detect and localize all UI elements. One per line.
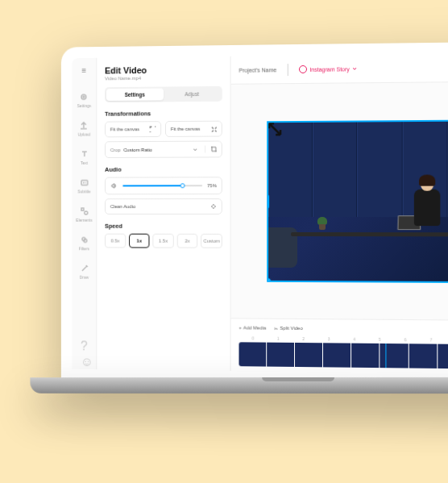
crop-label: Crop — [110, 148, 121, 152]
sparkle-icon — [210, 203, 217, 210]
panel-title: Edit Video — [105, 65, 222, 75]
svg-point-0 — [81, 94, 86, 99]
user-icon[interactable]: ☺ — [81, 355, 89, 363]
button-label: Clean Audio — [110, 204, 135, 209]
sidebar-settings[interactable]: Settings — [77, 92, 91, 108]
speed-custom[interactable]: Custom — [201, 234, 222, 248]
section-title: Speed — [105, 223, 222, 230]
timeline-clip[interactable] — [239, 342, 266, 366]
chevron-down-icon — [352, 66, 357, 71]
laptop-frame: ≡ Settings Upload Text Subtitle Elements… — [61, 41, 448, 385]
volume-slider[interactable] — [122, 185, 202, 186]
button-label: Add Media — [243, 325, 266, 330]
speed-1x[interactable]: 1x — [129, 234, 150, 248]
sidebar-label: Text — [81, 160, 88, 165]
canvas-stage[interactable] — [231, 81, 448, 320]
filters-icon — [80, 235, 89, 245]
sidebar-text[interactable]: Text — [80, 149, 89, 165]
video-frame[interactable] — [267, 119, 448, 283]
crop-icon[interactable] — [205, 146, 217, 153]
timeline-clip[interactable] — [438, 344, 448, 369]
video-content — [268, 121, 448, 281]
transformations-section: Transformations Fit the canvas Fit the c… — [105, 110, 222, 158]
sidebar-label: Draw — [80, 275, 89, 280]
speed-section: Speed 0.5x 1x 1.5x 2x Custom — [105, 223, 222, 248]
elements-icon — [80, 206, 89, 216]
app-screen: ≡ Settings Upload Text Subtitle Elements… — [72, 53, 448, 375]
resize-handle-left[interactable] — [267, 194, 269, 209]
fit-canvas-button-1[interactable]: Fit the canvas — [105, 121, 161, 137]
section-title: Transformations — [105, 110, 222, 118]
svg-point-1 — [83, 96, 85, 98]
fit-canvas-button-2[interactable]: Fit the canvas — [165, 121, 222, 137]
crop-dropdown[interactable]: Crop Custom Ratio — [105, 140, 222, 157]
subtitle-icon — [80, 178, 89, 188]
panel-tabs: Settings Adjust — [105, 86, 222, 102]
playhead[interactable] — [385, 342, 386, 368]
upload-icon — [80, 121, 89, 131]
gear-icon — [80, 92, 89, 102]
audio-section: Audio 75% Clean Audio — [105, 165, 222, 214]
svg-rect-2 — [81, 181, 87, 185]
text-icon — [80, 149, 89, 159]
format-label: Instagram Story — [309, 66, 350, 73]
canvas-topbar: Project's Name | Instagram Story ↶ — [231, 53, 448, 85]
tab-adjust[interactable]: Adjust — [164, 88, 221, 101]
project-name[interactable]: Project's Name — [239, 67, 276, 73]
expand-out-icon — [210, 126, 217, 132]
sidebar-upload[interactable]: Upload — [78, 121, 90, 137]
playbar: + Add Media ✂ Split Video ⏮ 00:02:23 ⏭ 0… — [231, 318, 448, 374]
left-iconbar: ≡ Settings Upload Text Subtitle Elements… — [72, 58, 97, 369]
slider-thumb[interactable] — [180, 183, 185, 188]
sidebar-elements[interactable]: Elements — [76, 206, 92, 223]
volume-icon[interactable] — [110, 182, 118, 190]
menu-icon[interactable]: ≡ — [82, 66, 87, 75]
timeline-clip[interactable] — [351, 344, 379, 368]
crop-value: Custom Ratio — [123, 147, 192, 152]
timeline-clip[interactable] — [323, 343, 351, 367]
timeline-clip[interactable] — [295, 343, 322, 367]
chevron-down-icon — [192, 146, 198, 152]
section-title: Audio — [105, 165, 222, 173]
timeline-clip[interactable] — [409, 344, 437, 368]
button-label: Fit the canvas — [110, 127, 139, 131]
timeline-track[interactable] — [239, 342, 448, 369]
timeline-clip[interactable] — [267, 343, 294, 367]
settings-panel: Edit Video Video Name.mp4 Settings Adjus… — [97, 56, 230, 371]
svg-point-4 — [84, 211, 87, 214]
speed-buttons: 0.5x 1x 1.5x 2x Custom — [105, 234, 222, 248]
svg-point-6 — [83, 239, 86, 243]
svg-rect-3 — [81, 208, 83, 210]
volume-percent: 75% — [207, 183, 217, 188]
sidebar-label: Settings — [77, 103, 91, 108]
panel-filename: Video Name.mp4 — [105, 75, 222, 81]
canvas-area: Project's Name | Instagram Story ↶ — [231, 53, 448, 375]
add-media-button[interactable]: + Add Media — [239, 325, 266, 330]
sidebar-label: Filters — [79, 246, 89, 251]
laptop-base — [30, 377, 448, 393]
tab-settings[interactable]: Settings — [106, 89, 164, 101]
button-label: Split Video — [280, 326, 302, 331]
speed-0-5x[interactable]: 0.5x — [105, 234, 126, 248]
clean-audio-button[interactable]: Clean Audio — [105, 198, 222, 214]
expand-icon — [149, 126, 156, 132]
sidebar-label: Elements — [76, 218, 92, 223]
draw-icon — [80, 264, 89, 273]
volume-control: 75% — [105, 177, 222, 194]
resize-handle-arrow[interactable] — [267, 121, 283, 137]
help-icon[interactable]: ? — [81, 339, 89, 348]
timeline-clip[interactable] — [380, 344, 408, 368]
sidebar-label: Subtitle — [77, 189, 90, 194]
sidebar-draw[interactable]: Draw — [80, 264, 89, 280]
button-label: Fit the canvas — [171, 127, 201, 131]
sidebar-filters[interactable]: Filters — [79, 235, 89, 252]
sidebar-subtitle[interactable]: Subtitle — [77, 178, 90, 194]
split-video-button[interactable]: ✂ Split Video — [274, 325, 302, 331]
speed-2x[interactable]: 2x — [176, 234, 197, 248]
speed-1-5x[interactable]: 1.5x — [153, 234, 174, 248]
sidebar-label: Upload — [78, 132, 90, 137]
slider-fill — [122, 185, 182, 186]
format-dropdown[interactable]: Instagram Story — [299, 65, 357, 73]
